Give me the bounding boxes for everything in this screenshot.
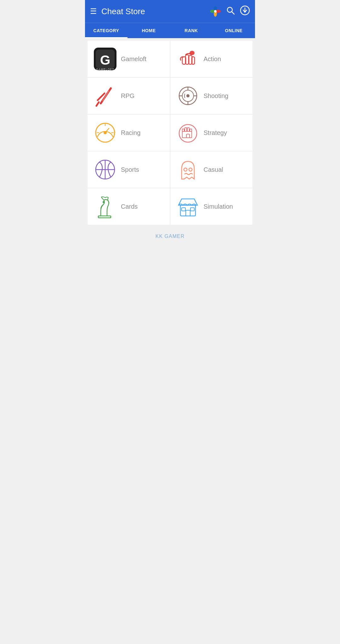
svg-point-32: [104, 131, 107, 134]
category-simulation[interactable]: Simulation: [170, 188, 253, 225]
svg-rect-50: [186, 210, 190, 216]
simulation-icon: [175, 194, 201, 219]
header: ☰ Cheat Store: [85, 0, 255, 23]
svg-point-18: [190, 51, 195, 55]
tab-online[interactable]: ONLINE: [212, 23, 255, 38]
rpg-icon: [93, 83, 118, 108]
category-row-4: Sports Casual: [88, 151, 252, 188]
svg-text:G: G: [100, 53, 110, 67]
svg-point-46: [189, 168, 192, 171]
svg-rect-52: [190, 208, 194, 211]
shooting-icon: [175, 83, 201, 108]
svg-rect-47: [98, 216, 111, 218]
category-strategy[interactable]: Strategy: [170, 114, 253, 151]
tab-home[interactable]: HOME: [128, 23, 170, 38]
menu-icon[interactable]: ☰: [90, 7, 97, 16]
footer-label: KK GAMER: [156, 234, 184, 239]
svg-point-6: [227, 7, 232, 12]
svg-point-45: [184, 168, 187, 171]
category-shooting[interactable]: Shooting: [170, 78, 253, 114]
cards-label: Cards: [121, 203, 138, 210]
svg-point-36: [179, 125, 197, 142]
rpg-label: RPG: [121, 92, 134, 100]
category-row-1: G GAMELOFT Gameloft: [88, 41, 252, 78]
simulation-label: Simulation: [204, 203, 233, 210]
category-casual[interactable]: Casual: [170, 151, 253, 188]
shooting-label: Shooting: [204, 92, 229, 100]
svg-point-25: [186, 94, 190, 97]
svg-rect-40: [190, 129, 192, 131]
gameloft-icon: G GAMELOFT: [93, 46, 118, 72]
sports-label: Sports: [121, 166, 139, 173]
category-racing[interactable]: Racing: [88, 114, 170, 151]
cards-icon: [93, 194, 118, 219]
casual-icon: [175, 157, 201, 182]
pinwheel-icon: [210, 6, 221, 17]
category-action[interactable]: Action: [170, 41, 253, 77]
svg-rect-39: [187, 128, 189, 131]
download-icon[interactable]: [240, 5, 250, 18]
casual-label: Casual: [204, 166, 223, 173]
app-title: Cheat Store: [101, 7, 210, 16]
header-icons: [210, 5, 250, 18]
svg-line-7: [232, 12, 235, 14]
tab-category[interactable]: CATEGORY: [85, 23, 128, 38]
action-label: Action: [204, 55, 221, 63]
strategy-icon: [175, 120, 201, 145]
tab-rank[interactable]: RANK: [170, 23, 212, 38]
category-row-2: RPG Shooting: [88, 78, 252, 114]
svg-line-22: [103, 91, 109, 101]
category-row-5: Cards Simulation: [88, 188, 252, 225]
footer: KK GAMER: [85, 227, 255, 246]
svg-rect-37: [182, 129, 184, 131]
action-icon: [175, 46, 201, 72]
svg-point-5: [214, 10, 217, 13]
racing-icon: [93, 120, 118, 145]
racing-label: Racing: [121, 129, 140, 136]
category-sports[interactable]: Sports: [88, 151, 170, 188]
nav-tabs: CATEGORY HOME RANK ONLINE: [85, 23, 255, 38]
svg-text:GAMELOFT: GAMELOFT: [96, 68, 114, 71]
svg-rect-41: [182, 131, 192, 138]
gameloft-label: Gameloft: [121, 55, 146, 63]
svg-rect-38: [185, 128, 187, 131]
strategy-label: Strategy: [204, 129, 227, 136]
sports-icon: [93, 157, 118, 182]
category-row-3: Racing Strategy: [88, 114, 252, 151]
search-icon[interactable]: [226, 6, 235, 17]
svg-point-48: [103, 201, 105, 203]
category-grid: G GAMELOFT Gameloft: [88, 41, 252, 225]
category-gameloft[interactable]: G GAMELOFT Gameloft: [88, 41, 170, 77]
category-cards[interactable]: Cards: [88, 188, 170, 225]
svg-line-21: [96, 102, 99, 106]
category-rpg[interactable]: RPG: [88, 78, 170, 114]
svg-rect-51: [182, 208, 185, 211]
